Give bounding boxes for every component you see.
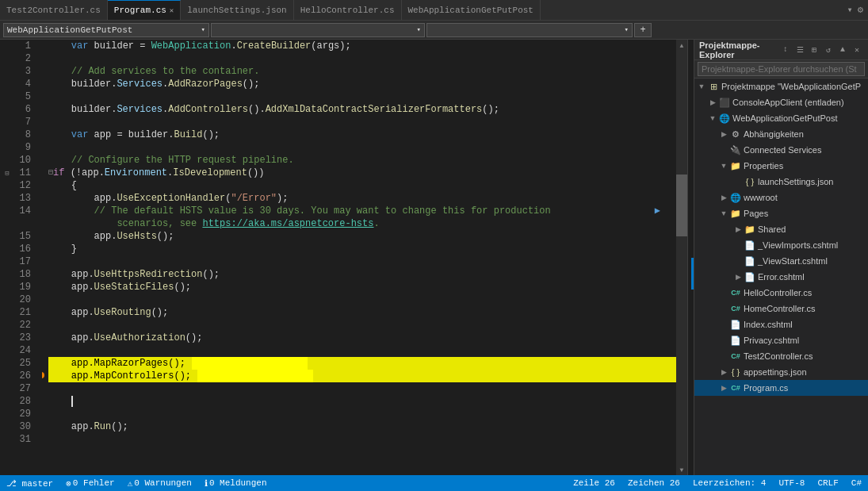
tree-item-dependencies[interactable]: ▶ ⚙ Abhängigkeiten (694, 126, 868, 142)
status-warnings: ⚠ 0 Warnungen (128, 478, 192, 489)
se-all-btn[interactable]: ⊞ (808, 44, 820, 56)
code-line-21: app.UseRouting(); (48, 306, 676, 319)
tree-item-privacy[interactable]: 📄 Privacy.cshtml (694, 332, 868, 348)
tree-arrow-launchsettings (732, 178, 744, 186)
deps-icon: ⚙ (729, 128, 742, 140)
tree-item-connected[interactable]: 🔌 Connected Services (694, 142, 868, 158)
code-line-30: app.Run(); (48, 420, 676, 433)
code-line-29 (48, 408, 676, 420)
tree-item-viewstart[interactable]: 📄 _ViewStart.cshtml (694, 253, 868, 269)
tree-item-index[interactable]: 📄 Index.cshtml (694, 316, 868, 332)
tree-item-test2controller[interactable]: C# Test2Controller.cs (694, 348, 868, 364)
scroll-down-btn[interactable]: ▼ (676, 464, 687, 475)
code-line-22 (48, 319, 676, 332)
hellocontroller-icon: C# (729, 286, 742, 299)
se-collapse-btn[interactable]: ▲ (836, 44, 849, 56)
line-num-15: 15 (14, 230, 36, 243)
tree-item-pages[interactable]: ▼ 📁 Pages (694, 205, 868, 221)
code-line-8: var app = builder.Build(); (48, 129, 676, 141)
scroll-up-btn[interactable]: ▲ (676, 40, 687, 51)
file-dropdown[interactable]: ▾ (211, 23, 425, 37)
tree-item-properties[interactable]: ▼ 📁 Properties (694, 158, 868, 174)
shared-folder-icon: 📁 (744, 223, 756, 236)
tree-arrow-webapp: ▼ (707, 114, 718, 122)
tree-item-homecontroller[interactable]: C# HomeController.cs (694, 301, 868, 316)
tree-item-viewimports[interactable]: 📄 _ViewImports.cshtml (694, 237, 868, 253)
tree-item-webapp[interactable]: ▼ 🌐 WebApplicationGetPutPost (694, 110, 868, 126)
solution-search-bar (694, 60, 868, 79)
tree-item-console[interactable]: ▶ ⬛ ConsoleAppClient (entladen) (694, 94, 868, 110)
tree-label-console: ConsoleAppClient (entladen) (732, 98, 844, 107)
tree-arrow-solution: ▼ (696, 82, 707, 90)
status-bar: ⎇ master ⊗ 0 Fehler ⚠ 0 Warnungen ℹ 0 Me… (0, 475, 868, 491)
scrollbar-track[interactable] (676, 51, 687, 464)
tab-launchsettings[interactable]: launchSettings.json (181, 0, 293, 20)
code-line-15: app.UseHsts(); (48, 230, 676, 243)
code-line-5 (48, 90, 676, 103)
se-prop-btn[interactable]: ☰ (793, 44, 806, 56)
se-refresh-btn[interactable]: ↺ (822, 44, 835, 56)
launchsettings-icon: { } (744, 175, 756, 188)
line-num-21: 21 (14, 306, 36, 319)
tree-arrow-appsettings: ▶ (718, 368, 729, 376)
scrollbar-thumb[interactable] (676, 175, 687, 236)
fold-indicator-11[interactable]: ⊟ (0, 167, 14, 179)
code-line-20 (48, 293, 676, 306)
tab-settings-btn[interactable]: ⚙ (856, 4, 865, 16)
tree-item-error[interactable]: ▶ 📄 Error.cshtml (694, 269, 868, 285)
code-line-13: app.UseExceptionHandler("/Error"); (48, 192, 676, 205)
tree-item-appsettings[interactable]: ▶ { } appsettings.json (694, 364, 868, 380)
code-line-31 (48, 433, 676, 446)
tree-item-hellocontroller[interactable]: C# HelloController.cs (694, 285, 868, 301)
code-line-7 (48, 116, 676, 129)
privacy-icon: 📄 (729, 334, 742, 347)
tab-hellocontroller[interactable]: HelloController.cs (294, 0, 402, 20)
tree-item-program[interactable]: ▶ C# Program.cs (694, 380, 868, 396)
tree-arrow-index (718, 320, 729, 328)
editor-margin: ⊟ (0, 40, 14, 475)
code-line-26: app.MapControllers(); (48, 370, 676, 382)
tab-program[interactable]: Program.cs ✕ (108, 0, 181, 20)
tab-label: WebApplicationGetPutPost (408, 6, 533, 15)
app-container: Test2Controller.cs Program.cs ✕ launchSe… (0, 0, 868, 491)
properties-folder-icon: 📁 (729, 159, 742, 172)
solution-explorer-title: Projektmappe-Explorer (699, 40, 779, 59)
code-line-10: // Configure the HTTP request pipeline. (48, 154, 676, 167)
solution-search-input[interactable] (698, 62, 865, 76)
console-icon: ⬛ (718, 96, 731, 109)
tree-item-solution[interactable]: ▼ ⊞ Projektmappe "WebApplicationGetP (694, 79, 868, 94)
code-editor[interactable]: var builder = WebApplication.CreateBuild… (42, 40, 676, 475)
editor-toolbar: WebApplicationGetPutPost ▾ ▾ ▾ + (0, 21, 868, 40)
line-num-11: 11 (14, 167, 36, 179)
project-dropdown[interactable]: WebApplicationGetPutPost ▾ (3, 23, 209, 37)
tab-dropdown-btn[interactable]: ▾ (846, 4, 855, 16)
solution-explorer-toolbar: ↕ ☰ ⊞ ↺ ▲ ✕ (779, 44, 863, 56)
line-num-13: 13 (14, 192, 36, 205)
se-close-btn[interactable]: ✕ (851, 44, 863, 56)
tree-arrow-test2controller (718, 352, 729, 360)
status-branch[interactable]: ⎇ master (6, 478, 53, 489)
tree-arrow-console: ▶ (707, 98, 718, 106)
line-num-24: 24 (14, 344, 36, 357)
member-dropdown[interactable]: ▾ (426, 23, 633, 37)
tree-label-error: Error.cshtml (758, 272, 805, 282)
tab-label: Program.cs (114, 6, 166, 15)
tab-webapplication[interactable]: WebApplicationGetPutPost (402, 0, 541, 20)
line-num-29: 29 (14, 408, 36, 420)
line-num-10: 10 (14, 154, 36, 167)
tree-item-launchsettings[interactable]: { } launchSettings.json (694, 174, 868, 190)
tree-label-viewstart: _ViewStart.cshtml (758, 256, 828, 266)
tree-item-shared[interactable]: ▶ 📁 Shared (694, 221, 868, 237)
line-num-23: 23 (14, 332, 36, 344)
tab-test2controller[interactable]: Test2Controller.cs (0, 0, 108, 20)
tree-item-wwwroot[interactable]: ▶ 🌐 wwwroot (694, 190, 868, 205)
solution-explorer-header: Projektmappe-Explorer ↕ ☰ ⊞ ↺ ▲ ✕ (694, 40, 868, 60)
tree-label-pages: Pages (744, 209, 768, 218)
line-num-20: 20 (14, 293, 36, 306)
se-sync-btn[interactable]: ↕ (779, 44, 792, 56)
line-adornment-14: ▶ (655, 205, 660, 217)
tree-arrow-connected (718, 146, 729, 154)
add-member-btn[interactable]: + (634, 23, 652, 37)
tab-actions: ▾ ⚙ (843, 0, 868, 20)
line-numbers: 1 2 3 4 5 6 7 8 9 10 11 12 13 14 · 15 16 (14, 40, 42, 475)
